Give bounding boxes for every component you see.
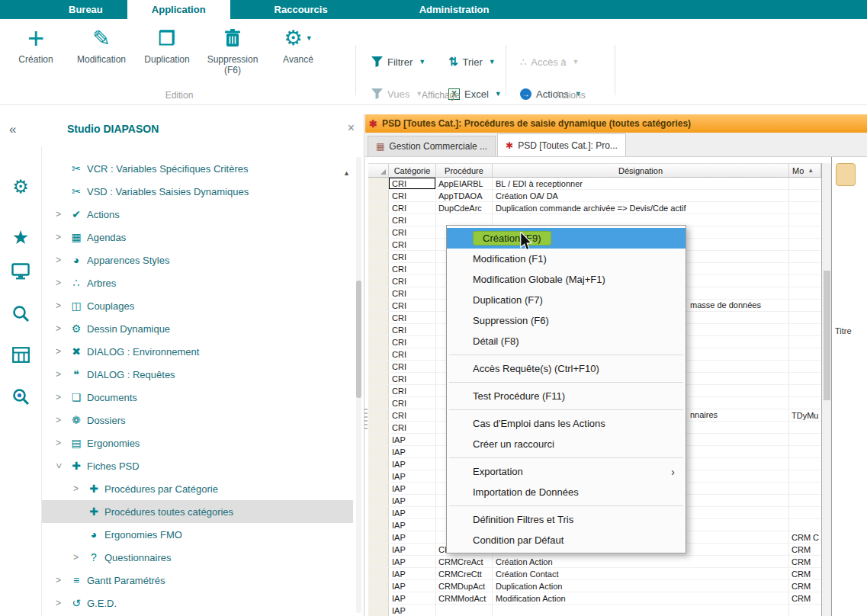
cell-mo[interactable] — [789, 519, 821, 531]
cell-mo[interactable] — [789, 495, 821, 506]
cell-categorie[interactable]: CRI — [389, 373, 436, 384]
tree-item-proc-dures-par-cat-gorie[interactable]: >✚Procédures par Catégorie — [42, 477, 353, 500]
cell-categorie[interactable]: CRI — [389, 287, 436, 299]
menu-item-test-proc-dure-f11[interactable]: Test Procédure (F11) — [447, 386, 686, 406]
chevron-icon[interactable]: > — [50, 438, 67, 448]
chevron-icon[interactable]: > — [50, 346, 67, 357]
row-selector[interactable] — [368, 214, 389, 226]
row-selector[interactable] — [368, 409, 389, 421]
cell-mo[interactable]: CRM — [789, 544, 821, 555]
menu-item-importation-de-donn-es[interactable]: Importation de Données — [447, 482, 686, 502]
row-selector[interactable] — [368, 251, 389, 262]
workstation-icon[interactable] — [0, 263, 41, 280]
acces-a-button[interactable]: ∴ Accès à▼ — [520, 52, 579, 72]
row-selector[interactable] — [368, 446, 389, 457]
cell-categorie[interactable]: CRI — [389, 361, 436, 372]
table-row[interactable]: IAP — [368, 605, 821, 616]
splitter-handle[interactable] — [364, 409, 368, 430]
collapse-sidebar-icon[interactable]: « — [9, 122, 16, 137]
row-selector[interactable] — [368, 556, 389, 567]
menu-item-suppression-f6[interactable]: Suppression (F6) — [447, 310, 686, 331]
cell-categorie[interactable]: IAP — [389, 519, 436, 531]
menubar-tab-application[interactable]: Application — [127, 0, 230, 19]
cell-categorie[interactable]: IAP — [389, 568, 436, 579]
cell-categorie[interactable]: CRI — [389, 226, 436, 238]
cell-designation[interactable] — [493, 214, 789, 226]
cell-categorie[interactable]: CRI — [389, 397, 436, 409]
scroll-up-icon[interactable]: ▲ — [343, 169, 350, 177]
cell-mo[interactable] — [789, 483, 821, 494]
row-selector[interactable] — [368, 531, 389, 543]
row-selector[interactable] — [368, 568, 389, 579]
table-row[interactable]: CRIDupCdeArcDuplication commande archivé… — [368, 202, 821, 214]
row-selector[interactable] — [368, 495, 389, 506]
cell-categorie[interactable]: CRI — [389, 324, 436, 335]
menubar-tab-bureau[interactable]: Bureau — [44, 0, 127, 19]
table-row[interactable]: IAPCRMDupActDuplication ActionCRM — [368, 580, 821, 592]
chevron-icon[interactable]: > — [50, 575, 67, 586]
row-selector[interactable] — [368, 422, 389, 433]
cell-categorie[interactable]: CRI — [389, 409, 436, 421]
cell-categorie[interactable]: CRI — [389, 202, 436, 213]
menu-item-d-tail-f8[interactable]: Détail (F8) — [447, 331, 686, 351]
table-row[interactable]: CRIAppEIARBLBL / EDI à receptionner — [368, 178, 821, 190]
trier-button[interactable]: ⇅ Trier▼ — [448, 52, 496, 72]
row-selector[interactable] — [368, 348, 389, 360]
cell-categorie[interactable]: IAP — [389, 531, 436, 543]
cell-categorie[interactable]: IAP — [389, 544, 436, 555]
cell-categorie[interactable]: CRI — [389, 178, 436, 189]
chevron-icon[interactable]: > — [50, 232, 67, 242]
cell-designation[interactable] — [493, 605, 789, 616]
cell-mo[interactable] — [789, 190, 821, 201]
cell-mo[interactable] — [789, 605, 821, 616]
menu-item-cr-ation-f9[interactable]: Création (F9) — [447, 228, 686, 249]
suppression-button[interactable]: Suppression(F6) — [200, 22, 265, 75]
cell-mo[interactable] — [789, 385, 821, 396]
cell-categorie[interactable]: IAP — [389, 592, 436, 604]
row-selector[interactable] — [368, 324, 389, 335]
cell-categorie[interactable]: IAP — [389, 507, 436, 518]
cell-procedure[interactable]: CRMModAct — [436, 592, 493, 604]
row-selector[interactable] — [368, 263, 389, 274]
cell-categorie[interactable]: CRI — [389, 251, 436, 262]
cell-mo[interactable]: TDyMu — [789, 409, 821, 421]
row-selector[interactable] — [368, 385, 389, 396]
menu-item-modification-f1[interactable]: Modification (F1) — [447, 249, 686, 269]
cell-mo[interactable] — [789, 324, 821, 335]
cell-categorie[interactable]: CRI — [389, 300, 436, 311]
tree-scrollbar-thumb[interactable] — [356, 281, 361, 398]
cell-categorie[interactable]: IAP — [389, 458, 436, 470]
close-icon[interactable]: × — [348, 121, 355, 135]
cell-categorie[interactable]: IAP — [389, 605, 436, 616]
cell-mo[interactable] — [789, 263, 821, 274]
tree-item-couplages[interactable]: >◫Couplages — [42, 294, 353, 317]
tree-item-dessin-dynamique[interactable]: >⚙Dessin Dynamique — [42, 317, 353, 340]
cell-designation[interactable]: BL / EDI à receptionner — [493, 178, 789, 189]
row-selector[interactable] — [368, 336, 389, 348]
cell-procedure[interactable]: DupCdeArc — [436, 202, 493, 213]
tree-item-g-e-d[interactable]: >↺G.E.D. — [42, 592, 353, 614]
row-selector[interactable] — [368, 507, 389, 518]
row-selector[interactable] — [368, 202, 389, 213]
cell-procedure[interactable]: CRMDupAct — [436, 580, 493, 592]
tree-scrollbar[interactable] — [356, 157, 361, 613]
cell-categorie[interactable]: CRI — [389, 239, 436, 250]
row-selector[interactable] — [368, 544, 389, 555]
menu-item-acc-s-requ-te-s-ctrl-f10[interactable]: Accès Requête(s) (Ctrl+F10) — [447, 358, 686, 379]
cell-procedure[interactable]: CRMCreCtt — [436, 568, 493, 579]
tree-item-dialog-environnement[interactable]: >✖DIALOG : Environnement — [42, 340, 353, 363]
cell-categorie[interactable]: IAP — [389, 495, 436, 506]
row-selector[interactable] — [368, 397, 389, 409]
duplication-button[interactable]: ❐ Duplication — [134, 22, 200, 75]
row-selector[interactable] — [368, 592, 389, 604]
cell-designation[interactable]: Modification Action — [493, 592, 789, 604]
row-selector[interactable] — [368, 470, 389, 482]
cell-designation[interactable]: Duplication commande archivée => Devis/C… — [493, 202, 789, 213]
row-selector[interactable] — [368, 239, 389, 250]
cell-categorie[interactable]: IAP — [389, 434, 436, 445]
row-selector[interactable] — [368, 434, 389, 445]
chevron-icon[interactable]: > — [50, 278, 67, 288]
row-selector[interactable] — [368, 519, 389, 531]
chevron-icon[interactable]: > — [67, 483, 85, 494]
tree-item-fiches-psd[interactable]: >✚Fiches PSD — [42, 454, 353, 477]
